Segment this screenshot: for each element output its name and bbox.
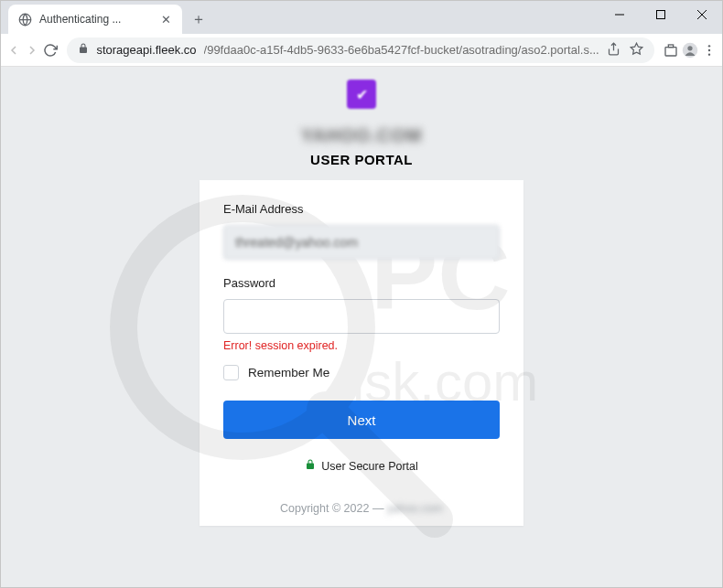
email-field[interactable] xyxy=(223,225,500,260)
error-message: Error! session expired. xyxy=(223,339,500,352)
svg-point-12 xyxy=(708,48,710,50)
svg-rect-8 xyxy=(668,45,673,48)
close-tab-icon[interactable]: ✕ xyxy=(158,12,173,27)
login-card: E-Mail Address Password Error! session e… xyxy=(200,180,523,526)
globe-icon xyxy=(17,12,32,27)
browser-titlebar: Authenticating ... ✕ ＋ xyxy=(1,1,722,34)
copyright-line: Copyright © 2022 — yahoo.com xyxy=(223,502,500,515)
svg-point-10 xyxy=(687,46,692,50)
remember-me-checkbox[interactable] xyxy=(223,365,239,380)
profile-icon[interactable] xyxy=(682,37,698,63)
remember-me[interactable]: Remember Me xyxy=(223,365,500,380)
portal-title: USER PORTAL xyxy=(310,152,413,167)
forward-button[interactable] xyxy=(25,37,39,63)
svg-rect-2 xyxy=(656,11,664,19)
site-logo: ✔ xyxy=(347,80,376,109)
browser-toolbar: storageapi.fleek.co/99fdaa0c-a15f-4db5-9… xyxy=(1,34,722,67)
password-field[interactable] xyxy=(223,299,500,334)
blurred-domain-heading: YAHOO.COM xyxy=(301,125,423,146)
share-icon[interactable] xyxy=(607,42,620,59)
svg-point-13 xyxy=(708,53,710,55)
svg-point-11 xyxy=(708,45,710,47)
bookmark-icon[interactable] xyxy=(630,42,643,59)
browser-tab[interactable]: Authenticating ... ✕ xyxy=(8,5,182,34)
secure-portal-line: User Secure Portal xyxy=(223,459,500,473)
lock-icon xyxy=(78,43,89,57)
padlock-icon xyxy=(305,459,316,473)
url-domain: storageapi.fleek.co xyxy=(96,43,196,57)
url-path: /99fdaa0c-a15f-4db5-9633-6e6ba5427fcf-bu… xyxy=(204,43,599,57)
new-tab-button[interactable]: ＋ xyxy=(186,6,211,32)
window-controls xyxy=(599,1,722,28)
menu-icon[interactable] xyxy=(702,37,717,63)
back-button[interactable] xyxy=(6,37,21,63)
tab-title: Authenticating ... xyxy=(39,13,151,26)
reload-button[interactable] xyxy=(43,37,58,63)
next-button[interactable]: Next xyxy=(223,401,500,439)
maximize-button[interactable] xyxy=(640,1,681,28)
copyright-blurred: yahoo.com xyxy=(387,502,443,515)
svg-rect-7 xyxy=(665,47,676,55)
minimize-button[interactable] xyxy=(599,1,640,28)
email-label: E-Mail Address xyxy=(223,202,500,216)
svg-marker-6 xyxy=(631,43,642,54)
page-viewport: PCrisk.com ✔ YAHOO.COM USER PORTAL E-Mai… xyxy=(1,67,722,587)
extensions-icon[interactable] xyxy=(664,37,678,63)
address-bar[interactable]: storageapi.fleek.co/99fdaa0c-a15f-4db5-9… xyxy=(67,37,653,63)
secure-portal-label: User Secure Portal xyxy=(321,460,418,473)
copyright-text: Copyright © 2022 — xyxy=(280,502,387,515)
remember-me-label: Remember Me xyxy=(248,366,329,380)
password-label: Password xyxy=(223,276,500,290)
close-window-button[interactable] xyxy=(681,1,722,28)
